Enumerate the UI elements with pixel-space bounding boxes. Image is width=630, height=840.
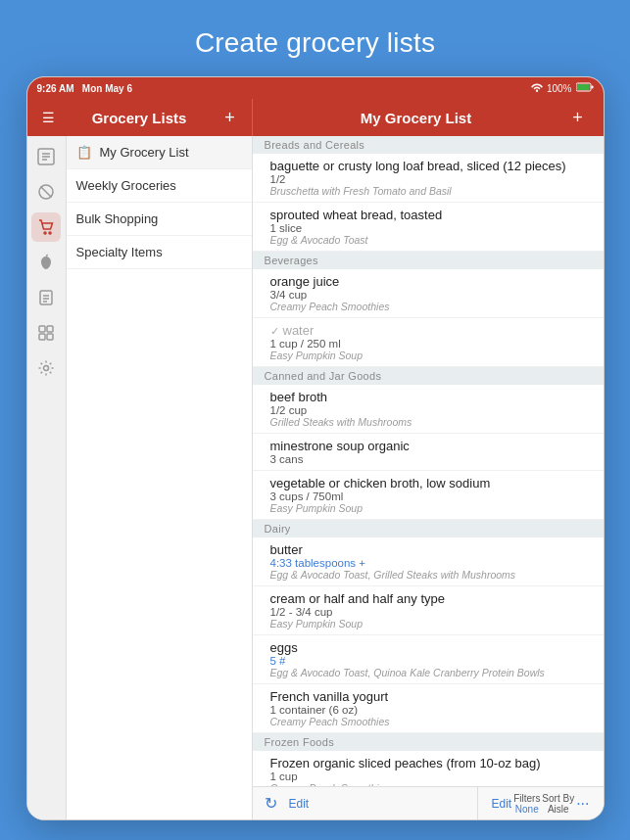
item-name: vegetable or chicken broth, low sodium <box>270 476 592 490</box>
more-options-button[interactable]: ··· <box>576 795 589 813</box>
header-right: My Grocery List + <box>253 99 604 136</box>
add-item-button[interactable]: + <box>566 108 590 128</box>
grocery-item[interactable]: beef broth 1/2 cup Grilled Steaks with M… <box>253 385 604 434</box>
header-left: ☰ Grocery Lists + <box>27 99 253 136</box>
item-source: Creamy Peach Smoothies <box>270 716 592 727</box>
item-name: French vanilla yogurt <box>270 689 592 704</box>
grocery-item[interactable]: vegetable or chicken broth, low sodium 3… <box>253 471 604 520</box>
rail-doc-icon[interactable] <box>31 283 61 312</box>
filters-value: None <box>515 804 539 815</box>
grocery-item[interactable]: sprouted wheat bread, toasted 1 slice Eg… <box>253 203 604 252</box>
item-qty: 1/2 cup <box>270 404 592 416</box>
category-beverages: Beverages <box>253 252 604 269</box>
category-breads: Breads and Cereals <box>253 136 604 154</box>
grocery-content: Breads and Cereals baguette or crusty lo… <box>253 136 604 819</box>
item-qty: 1 cup / 250 ml <box>270 338 592 350</box>
status-icons: 100% <box>531 82 594 94</box>
grocery-item[interactable]: French vanilla yogurt 1 container (6 oz)… <box>253 684 604 733</box>
bottom-left: ↻ Edit <box>253 787 478 819</box>
bottom-toolbar: ↻ Edit Edit Filters None Sort ByAisle ··… <box>253 786 604 819</box>
list-item-label: Specialty Items <box>76 245 163 259</box>
grocery-item[interactable]: butter 4:33 tablespoons + Egg & Avocado … <box>253 537 604 586</box>
rail-apple-icon[interactable] <box>31 248 61 277</box>
item-qty: 3 cans <box>270 453 592 465</box>
svg-rect-15 <box>39 326 45 332</box>
wifi-icon <box>531 82 543 94</box>
filters-label: Filters <box>513 793 540 804</box>
item-source: Egg & Avocado Toast, Quinoa Kale Cranber… <box>270 667 592 678</box>
main-content: 📋 My Grocery List Weekly Groceries Bulk … <box>27 136 604 819</box>
grocery-item[interactable]: orange juice 3/4 cup Creamy Peach Smooth… <box>253 269 604 318</box>
item-name: sprouted wheat bread, toasted <box>270 208 592 222</box>
page-heading: Create grocery lists <box>195 27 435 59</box>
rail-settings-icon[interactable] <box>31 353 61 383</box>
item-name: cream or half and half any type <box>270 591 592 606</box>
item-name: eggs <box>270 640 592 655</box>
item-name: butter <box>270 542 592 557</box>
sidebar: 📋 My Grocery List Weekly Groceries Bulk … <box>27 136 253 819</box>
list-item-label: My Grocery List <box>100 145 189 160</box>
grocery-item[interactable]: minestrone soup organic 3 cans <box>253 434 604 471</box>
sort-area[interactable]: Sort ByAisle <box>542 793 574 815</box>
item-qty: 5 # <box>270 655 592 667</box>
refresh-icon[interactable]: ↻ <box>265 794 277 813</box>
filters-area[interactable]: Filters None <box>513 793 540 815</box>
list-item-icon: 📋 <box>76 145 92 160</box>
svg-rect-2 <box>577 84 590 90</box>
item-qty: 1 slice <box>270 222 592 234</box>
edit-left-button[interactable]: Edit <box>289 797 310 811</box>
battery-text: 100% <box>547 83 572 94</box>
svg-rect-17 <box>39 334 45 340</box>
status-time-date: 9:26 AM Mon May 6 <box>37 83 132 94</box>
item-name: beef broth <box>270 390 592 404</box>
device-frame: 9:26 AM Mon May 6 100% ☰ Grocery Lists +… <box>26 76 605 820</box>
item-name: Frozen organic sliced peaches (from 10-o… <box>270 756 592 770</box>
item-name: minestrone soup organic <box>270 439 592 453</box>
item-qty: 3 cups / 750ml <box>270 490 592 502</box>
hamburger-button[interactable]: ☰ <box>37 110 61 125</box>
battery-icon <box>576 82 594 94</box>
list-item-label: Weekly Groceries <box>76 178 176 193</box>
svg-rect-18 <box>47 334 53 340</box>
item-qty: 4:33 tablespoons + <box>270 557 592 569</box>
rail-grid-icon[interactable] <box>31 318 61 348</box>
item-source: Easy Pumpkin Soup <box>270 618 592 630</box>
list-item-specialty[interactable]: Specialty Items <box>67 236 252 269</box>
add-list-button[interactable]: + <box>218 108 242 128</box>
app-header: ☰ Grocery Lists + My Grocery List + <box>27 99 604 136</box>
list-item-bulk[interactable]: Bulk Shopping <box>67 203 252 236</box>
item-source: Bruschetta with Fresh Tomato and Basil <box>270 185 592 197</box>
grocery-item-checked[interactable]: ✓water 1 cup / 250 ml Easy Pumpkin Soup <box>253 318 604 367</box>
rail-restrict-icon[interactable] <box>31 177 61 207</box>
bottom-right: Edit Filters None Sort ByAisle ··· <box>478 787 604 819</box>
svg-rect-1 <box>591 86 593 89</box>
list-item-my-grocery[interactable]: 📋 My Grocery List <box>67 136 252 169</box>
grocery-item[interactable]: eggs 5 # Egg & Avocado Toast, Quinoa Kal… <box>253 635 604 684</box>
item-name: ✓water <box>270 323 592 338</box>
grocery-list-title: My Grocery List <box>267 110 566 126</box>
rail-cart-icon[interactable] <box>31 212 61 242</box>
item-source: Easy Pumpkin Soup <box>270 350 592 361</box>
sort-label: Sort ByAisle <box>542 793 574 815</box>
item-qty: 1/2 - 3/4 cup <box>270 606 592 618</box>
item-source: Egg & Avocado Toast <box>270 234 592 246</box>
item-source: Creamy Peach Smoothies <box>270 301 592 312</box>
grocery-scroll[interactable]: Breads and Cereals baguette or crusty lo… <box>253 136 604 786</box>
item-source: Grilled Steaks with Mushrooms <box>270 416 592 428</box>
category-frozen: Frozen Foods <box>253 733 604 751</box>
list-item-label: Bulk Shopping <box>76 211 159 226</box>
list-item-weekly[interactable]: Weekly Groceries <box>67 169 252 203</box>
category-dairy: Dairy <box>253 520 604 537</box>
category-canned: Canned and Jar Goods <box>253 367 604 385</box>
grocery-item[interactable]: Frozen organic sliced peaches (from 10-o… <box>253 751 604 786</box>
item-name: baguette or crusty long loaf bread, slic… <box>270 159 592 173</box>
item-qty: 1 container (6 oz) <box>270 704 592 716</box>
rail-list-icon[interactable] <box>31 142 61 171</box>
icon-rail <box>27 136 67 819</box>
grocery-item[interactable]: baguette or crusty long loaf bread, slic… <box>253 154 604 203</box>
edit-right-button[interactable]: Edit <box>492 797 512 811</box>
sidebar-title: Grocery Lists <box>61 110 218 126</box>
svg-line-8 <box>41 187 52 198</box>
svg-point-19 <box>44 366 49 371</box>
grocery-item[interactable]: cream or half and half any type 1/2 - 3/… <box>253 586 604 635</box>
